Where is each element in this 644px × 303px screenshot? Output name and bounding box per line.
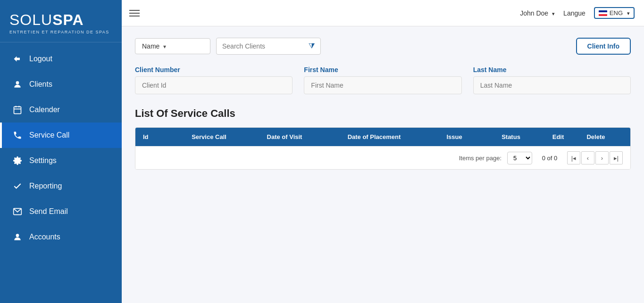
col-head-delete: Delete	[577, 133, 615, 140]
first-name-label: First Name	[304, 66, 461, 74]
col-head-status: Status	[483, 133, 539, 140]
col-head-service-call: Service Call	[171, 133, 247, 140]
client-number-label: Client Number	[135, 66, 293, 74]
reporting-icon	[12, 181, 23, 191]
logo-area: SOLUSPA ENTRETIEN ET REPARATION DE SPAS	[0, 0, 122, 42]
search-input[interactable]	[222, 42, 305, 50]
sidebar-item-label-accounts: Accounts	[29, 233, 60, 241]
topbar-right: John Doe Langue ENG	[520, 7, 635, 19]
col-head-date-of-visit: Date of Visit	[247, 133, 322, 140]
search-row: Name ⧩ Client Info	[135, 38, 631, 55]
sidebar: SOLUSPA ENTRETIEN ET REPARATION DE SPAS …	[0, 0, 122, 303]
table-header: IdService CallDate of VisitDate of Place…	[135, 128, 630, 146]
svg-rect-1	[14, 106, 21, 114]
sidebar-item-accounts[interactable]: Accounts	[0, 224, 122, 250]
col-head-id: Id	[143, 133, 171, 140]
svg-point-7	[16, 234, 19, 237]
pagination-controls: |◂ ‹ › ▸|	[567, 151, 623, 164]
search-input-wrap: ⧩	[216, 38, 321, 55]
first-name-input[interactable]	[304, 76, 461, 94]
sidebar-item-reporting[interactable]: Reporting	[0, 173, 122, 199]
filter-icon[interactable]: ⧩	[309, 42, 315, 50]
client-number-input[interactable]	[135, 76, 293, 94]
settings-icon	[12, 156, 23, 166]
accounts-icon	[12, 232, 23, 242]
sidebar-item-label-logout: Logout	[29, 55, 52, 63]
client-number-group: Client Number	[135, 66, 293, 94]
sidebar-item-label-reporting: Reporting	[29, 182, 62, 190]
search-field-value: Name	[142, 42, 159, 50]
sidebar-item-settings[interactable]: Settings	[0, 148, 122, 173]
last-name-input[interactable]	[473, 76, 631, 94]
first-name-group: First Name	[304, 66, 461, 94]
main-area: John Doe Langue ENG Name ⧩ Client Info	[122, 0, 644, 303]
lang-code: ENG	[610, 9, 623, 16]
last-page-button[interactable]: ▸|	[610, 151, 623, 164]
calender-icon	[12, 105, 23, 115]
items-per-page-label: Items per page:	[459, 155, 502, 162]
logo-prefix: SOLU	[9, 11, 52, 28]
user-caret-icon	[550, 9, 555, 17]
items-per-page-select[interactable]: 5102550	[507, 152, 532, 164]
logo-text: SOLUSPA	[9, 11, 112, 29]
dropdown-chevron-icon	[163, 42, 166, 50]
hamburger-menu[interactable]	[129, 10, 140, 16]
send-email-icon	[12, 206, 23, 217]
flag-icon	[599, 10, 607, 16]
col-head-date-of-placement: Date of Placement	[322, 133, 426, 140]
logo-suffix: SPA	[52, 11, 84, 28]
search-field-dropdown[interactable]: Name	[135, 38, 210, 54]
sidebar-item-label-service-call: Service Call	[29, 131, 69, 139]
table-footer: Items per page: 5102550 0 of 0 |◂ ‹ › ▸|	[135, 146, 630, 169]
sidebar-item-label-settings: Settings	[29, 156, 57, 165]
user-name: John Doe	[520, 9, 548, 17]
sidebar-item-label-send-email: Send Email	[29, 207, 68, 216]
sidebar-item-clients[interactable]: Clients	[0, 72, 122, 97]
logo-subtitle: ENTRETIEN ET REPARATION DE SPAS	[9, 30, 112, 34]
language-selector[interactable]: ENG	[594, 7, 635, 19]
section-title: List Of Service Calls	[135, 107, 631, 120]
sidebar-item-label-calender: Calender	[29, 106, 60, 114]
topbar: John Doe Langue ENG	[122, 0, 644, 26]
langue-label: Langue	[563, 9, 585, 17]
col-head-issue: Issue	[426, 133, 483, 140]
sidebar-item-label-clients: Clients	[29, 80, 52, 89]
pagination-count: 0 of 0	[538, 155, 561, 162]
last-name-group: Last Name	[473, 66, 631, 94]
sidebar-nav: LogoutClientsCalenderService CallSetting…	[0, 42, 122, 303]
first-page-button[interactable]: |◂	[567, 151, 580, 164]
clients-icon	[12, 79, 23, 90]
content-area: Name ⧩ Client Info Client Number First N…	[122, 26, 644, 303]
sidebar-item-logout[interactable]: Logout	[0, 46, 122, 72]
filter-form-row: Client Number First Name Last Name	[135, 66, 631, 94]
user-menu[interactable]: John Doe	[520, 9, 555, 17]
last-name-label: Last Name	[473, 66, 631, 74]
client-info-button[interactable]: Client Info	[576, 38, 631, 55]
sidebar-item-service-call[interactable]: Service Call	[0, 123, 122, 148]
lang-caret-icon	[625, 9, 630, 16]
service-call-icon	[12, 130, 23, 140]
service-calls-table: IdService CallDate of VisitDate of Place…	[135, 127, 631, 170]
sidebar-item-calender[interactable]: Calender	[0, 97, 122, 123]
prev-page-button[interactable]: ‹	[581, 151, 594, 164]
next-page-button[interactable]: ›	[595, 151, 609, 164]
svg-point-0	[16, 81, 19, 84]
logout-icon	[12, 54, 23, 64]
sidebar-item-send-email[interactable]: Send Email	[0, 199, 122, 224]
col-head-edit: Edit	[539, 133, 577, 140]
